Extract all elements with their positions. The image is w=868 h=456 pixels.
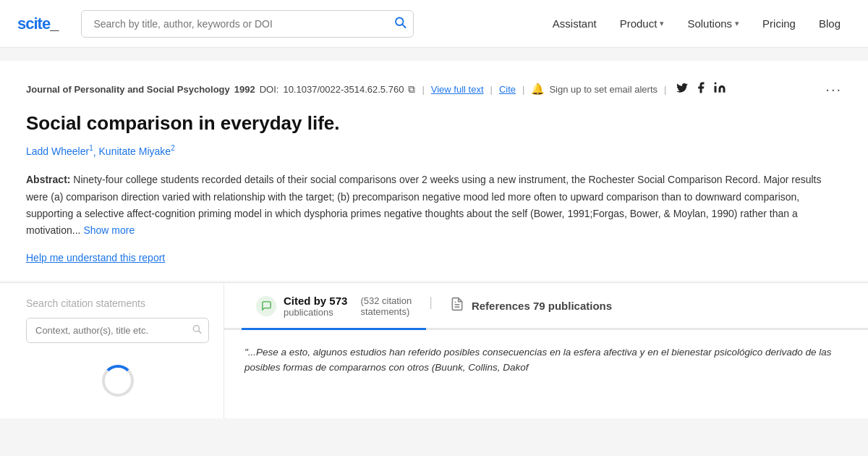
twitter-icon[interactable] bbox=[676, 81, 689, 97]
view-full-text-link[interactable]: View full text bbox=[431, 84, 484, 95]
more-options-button[interactable]: ··· bbox=[825, 81, 842, 98]
help-link[interactable]: Help me understand this report bbox=[26, 252, 165, 263]
article-main: ··· Journal of Personality and Social Ps… bbox=[0, 61, 868, 281]
search-input[interactable] bbox=[81, 10, 414, 38]
nav-assistant[interactable]: Assistant bbox=[542, 12, 607, 35]
tab-references[interactable]: References 79 publications bbox=[435, 283, 626, 330]
chevron-down-icon: ▾ bbox=[660, 19, 664, 28]
svg-line-1 bbox=[403, 24, 406, 27]
chevron-down-icon: ▾ bbox=[735, 19, 739, 28]
cited-by-sub: publications bbox=[284, 307, 347, 318]
bottom-section: Search citation statements Cited by 573 … bbox=[0, 282, 868, 418]
copy-doi-button[interactable]: ⧉ bbox=[408, 83, 415, 96]
search-small-icon bbox=[192, 324, 202, 337]
nav-solutions[interactable]: Solutions ▾ bbox=[677, 12, 749, 35]
search-button[interactable] bbox=[393, 15, 407, 32]
show-more-link[interactable]: Show more bbox=[83, 224, 135, 236]
publication-year: 1992 bbox=[234, 84, 255, 95]
abstract-body: Ninety-four college students recorded de… bbox=[26, 174, 822, 235]
citation-quote: "...Pese a esto, algunos estudios han re… bbox=[224, 330, 868, 390]
alert-text: Sign up to set email alerts bbox=[549, 84, 658, 95]
references-icon bbox=[450, 297, 464, 315]
tab-cited-by[interactable]: Cited by 573 publications (532 citation … bbox=[242, 283, 426, 330]
journal-name: Journal of Personality and Social Psycho… bbox=[26, 84, 230, 95]
cite-link[interactable]: Cite bbox=[499, 84, 516, 95]
global-search bbox=[81, 10, 414, 38]
site-logo[interactable]: scite_ bbox=[17, 14, 58, 33]
references-label: References 79 publications bbox=[472, 300, 612, 312]
bell-icon: 🔔 bbox=[531, 83, 545, 96]
facebook-icon[interactable] bbox=[694, 81, 707, 97]
loading-spinner bbox=[26, 343, 209, 418]
article-authors: Ladd Wheeler1, Kunitate Miyake2 bbox=[26, 145, 842, 158]
cited-by-icon bbox=[256, 296, 276, 316]
doi-label: DOI: bbox=[260, 84, 279, 95]
citation-quote-text: "...Pese a esto, algunos estudios han re… bbox=[244, 347, 832, 373]
author-1-link[interactable]: Ladd Wheeler1 bbox=[26, 145, 93, 157]
article-meta-bar: Journal of Personality and Social Psycho… bbox=[26, 81, 842, 97]
doi-value: 10.1037/0022-3514.62.5.760 bbox=[283, 84, 404, 95]
article-title: Social comparison in everyday life. bbox=[26, 111, 842, 136]
nav-pricing[interactable]: Pricing bbox=[752, 12, 806, 35]
abstract-label: Abstract: bbox=[26, 174, 70, 185]
citation-search-input[interactable] bbox=[26, 318, 209, 343]
linkedin-icon[interactable] bbox=[713, 81, 726, 97]
author-2-link[interactable]: Kunitate Miyake2 bbox=[99, 145, 175, 157]
nav-links: Assistant Product ▾ Solutions ▾ Pricing … bbox=[542, 12, 851, 35]
citation-tabs: Cited by 573 publications (532 citation … bbox=[224, 283, 868, 330]
nav-product[interactable]: Product ▾ bbox=[610, 12, 675, 35]
cited-by-label: Cited by 573 bbox=[284, 295, 347, 307]
cited-by-panel: Cited by 573 publications (532 citation … bbox=[224, 283, 868, 418]
citation-statements-label: (532 citation bbox=[360, 295, 412, 306]
citation-search bbox=[26, 318, 209, 343]
nav-blog[interactable]: Blog bbox=[809, 12, 851, 35]
search-citations-label: Search citation statements bbox=[26, 297, 209, 309]
search-citations-panel: Search citation statements bbox=[0, 283, 224, 418]
citation-statements-sub: statements) bbox=[360, 306, 412, 317]
svg-line-4 bbox=[199, 331, 201, 333]
navbar: scite_ Assistant Product ▾ Solutions ▾ P… bbox=[0, 0, 868, 48]
social-icons bbox=[676, 81, 726, 97]
svg-point-2 bbox=[715, 83, 717, 85]
article-abstract: Abstract: Ninety-four college students r… bbox=[26, 172, 842, 238]
